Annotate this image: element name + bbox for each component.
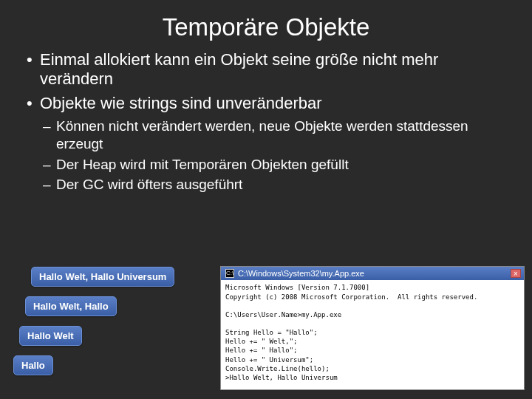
slide-title: Temporäre Objekte	[0, 0, 532, 50]
pill-hello-welt-hallo: Hallo Welt, Hallo	[25, 296, 117, 316]
pill-hello: Hallo	[13, 355, 53, 375]
subbullet-2: Der Heap wird mit Temporären Objekten ge…	[43, 156, 505, 174]
console-line-8: Console.Write.Line(hello);	[225, 365, 330, 372]
console-line-3: C:\Users\User.Name>my.App.exe	[225, 311, 341, 318]
console-line-1: Microsoft Windows [Version 7.1.7000]	[225, 284, 369, 291]
pill-hello-welt: Hallo Welt	[19, 326, 82, 346]
console-app-icon: C:\	[225, 269, 234, 278]
console-line-5: Hello += " Welt,";	[225, 338, 298, 345]
subbullet-3: Der GC wird öfters ausgeführt	[43, 176, 505, 194]
bullet-1: Einmal allokiert kann ein Objekt seine g…	[27, 50, 505, 89]
slide-body: Einmal allokiert kann ein Objekt seine g…	[0, 50, 532, 194]
console-titlebar: C:\ C:\Windows\System32\my.App.exe ×	[221, 267, 524, 280]
console-window: C:\ C:\Windows\System32\my.App.exe × Mic…	[220, 266, 525, 390]
console-line-7: Hello += " Universum";	[225, 356, 313, 364]
bullet-2-text: Objekte wie strings sind unveränderbar	[40, 94, 322, 112]
pill-hello-welt-hallo-universum: Hallo Welt, Hallo Universum	[31, 267, 174, 287]
close-icon[interactable]: ×	[511, 269, 521, 278]
console-line-2: Copyright (c) 2008 Microsoft Corporation…	[225, 293, 477, 301]
console-title-text: C:\Windows\System32\my.App.exe	[238, 269, 364, 278]
lower-area: Hallo Welt, Hallo Universum Hallo Welt, …	[0, 242, 532, 390]
bullet-2: Objekte wie strings sind unveränderbar K…	[27, 94, 505, 194]
console-body: Microsoft Windows [Version 7.1.7000] Cop…	[221, 280, 524, 389]
subbullet-1: Können nicht verändert werden, neue Obje…	[43, 117, 505, 153]
console-line-9: >Hallo Welt, Hallo Universum	[225, 374, 338, 381]
console-line-4: String Hello = "Hallo";	[225, 329, 318, 336]
console-line-6: Hello += " Hallo";	[225, 347, 298, 354]
